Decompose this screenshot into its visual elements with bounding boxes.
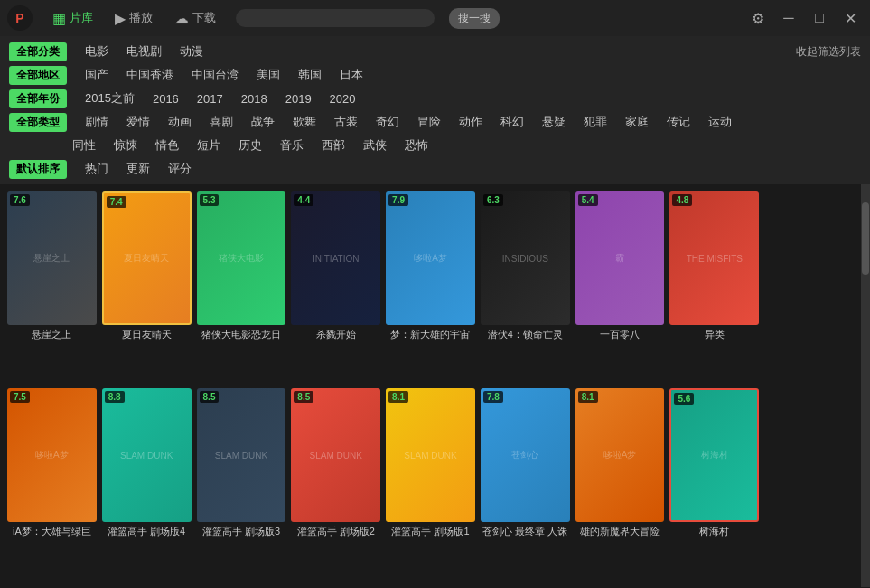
movie-title: 灌篮高手 剧场版2 bbox=[291, 525, 380, 538]
filter-label-region[interactable]: 全部地区 bbox=[9, 66, 67, 85]
filter-2018[interactable]: 2018 bbox=[232, 90, 276, 107]
movie-title: 杀戮开始 bbox=[291, 328, 380, 341]
filter-label-category[interactable]: 全部分类 bbox=[9, 42, 67, 61]
list-item[interactable]: 4.8 THE MISFITS 异类 bbox=[669, 191, 759, 383]
movie-title: 雄的新魔界大冒险 bbox=[575, 525, 665, 538]
movie-title: 潜伏4：锁命亡灵 bbox=[481, 328, 570, 341]
filter-drama[interactable]: 剧情 bbox=[76, 112, 117, 132]
list-item[interactable]: 8.5 SLAM DUNK 灌篮高手 剧场版3 bbox=[197, 388, 286, 580]
filter-2017[interactable]: 2017 bbox=[188, 90, 232, 107]
filter-row-region: 全部地区 国产 中国香港 中国台湾 美国 韩国 日本 bbox=[9, 65, 861, 85]
filter-war[interactable]: 战争 bbox=[242, 112, 284, 132]
filter-label-year[interactable]: 全部年份 bbox=[9, 89, 67, 108]
movie-title: 猪侠大电影恐龙日 bbox=[197, 328, 286, 341]
filter-short[interactable]: 短片 bbox=[188, 135, 229, 155]
search-button[interactable]: 搜一搜 bbox=[449, 8, 500, 29]
filter-music[interactable]: 音乐 bbox=[271, 135, 313, 155]
rating-badge: 7.5 bbox=[10, 391, 30, 403]
list-item[interactable]: 8.5 SLAM DUNK 灌篮高手 剧场版2 bbox=[291, 388, 380, 580]
filter-2016[interactable]: 2016 bbox=[144, 90, 188, 107]
filter-history[interactable]: 历史 bbox=[229, 135, 271, 155]
list-item[interactable]: 5.4 霸 一百零八 bbox=[575, 191, 665, 383]
movie-title: 梦：新大雄的宇宙 bbox=[386, 328, 475, 341]
movie-title: 夏日友晴天 bbox=[102, 328, 192, 341]
filter-musical[interactable]: 歌舞 bbox=[284, 112, 325, 132]
filter-fantasy[interactable]: 奇幻 bbox=[367, 112, 408, 132]
list-item[interactable]: 8.1 哆啦A梦 雄的新魔界大冒险 bbox=[575, 388, 665, 580]
list-item[interactable]: 8.8 SLAM DUNK 灌篮高手 剧场版4 bbox=[102, 388, 192, 580]
list-item[interactable]: 6.3 INSIDIOUS 潜伏4：锁命亡灵 bbox=[481, 191, 570, 383]
list-item[interactable]: 7.6 悬崖之上 悬崖之上 bbox=[7, 191, 97, 383]
movie-title: 灌篮高手 剧场版1 bbox=[386, 525, 475, 538]
tab-library[interactable]: ▦ 片库 bbox=[43, 6, 102, 31]
maximize-button[interactable]: □ bbox=[807, 5, 832, 31]
filter-before2015[interactable]: 2015之前 bbox=[76, 89, 144, 108]
filter-movie[interactable]: 电影 bbox=[76, 42, 117, 61]
list-item[interactable]: 5.6 树海村 树海村 bbox=[669, 388, 759, 580]
movie-title: 异类 bbox=[669, 328, 759, 341]
filter-tv[interactable]: 电视剧 bbox=[117, 42, 171, 61]
sort-rating[interactable]: 评分 bbox=[159, 159, 201, 179]
rating-badge: 7.6 bbox=[10, 194, 30, 206]
filter-kr[interactable]: 韩国 bbox=[289, 65, 331, 85]
filter-sports[interactable]: 运动 bbox=[699, 112, 741, 132]
filter-lgbt[interactable]: 同性 bbox=[63, 135, 105, 155]
tab-download[interactable]: ☁ 下载 bbox=[165, 6, 225, 31]
rating-badge: 7.8 bbox=[483, 391, 503, 403]
search-input[interactable] bbox=[245, 12, 426, 24]
filter-label-genre[interactable]: 全部类型 bbox=[9, 113, 67, 132]
filter-scifi[interactable]: 科幻 bbox=[491, 112, 533, 132]
rating-badge: 6.3 bbox=[483, 194, 503, 206]
filter-crime[interactable]: 犯罪 bbox=[575, 112, 616, 132]
grid-spacer bbox=[764, 191, 854, 383]
filter-animation[interactable]: 动画 bbox=[159, 112, 201, 132]
sort-label[interactable]: 默认排序 bbox=[9, 160, 67, 179]
filter-jp[interactable]: 日本 bbox=[331, 65, 372, 85]
list-item[interactable]: 7.4 夏日友晴天 夏日友晴天 bbox=[102, 191, 192, 383]
sort-popular[interactable]: 热门 bbox=[76, 159, 117, 179]
filter-thriller[interactable]: 惊悚 bbox=[105, 135, 146, 155]
sort-row: 默认排序 热门 更新 评分 bbox=[9, 159, 861, 179]
rating-badge: 5.3 bbox=[200, 194, 220, 206]
list-item[interactable]: 7.9 哆啦A梦 梦：新大雄的宇宙 bbox=[386, 191, 475, 383]
filter-costume[interactable]: 古装 bbox=[325, 112, 367, 132]
list-item[interactable]: 5.3 猪侠大电影 猪侠大电影恐龙日 bbox=[197, 191, 286, 383]
filter-domestic[interactable]: 国产 bbox=[76, 65, 117, 85]
filter-martial[interactable]: 武侠 bbox=[354, 135, 396, 155]
collapse-button[interactable]: 收起筛选列表 bbox=[796, 44, 861, 60]
search-bar bbox=[236, 9, 435, 27]
rating-badge: 8.5 bbox=[294, 391, 313, 403]
filter-anime[interactable]: 动漫 bbox=[171, 42, 212, 61]
list-item[interactable]: 7.5 哆啦A梦 iA梦：大雄与绿巨 bbox=[7, 388, 97, 580]
scrollbar[interactable] bbox=[861, 184, 870, 587]
filter-comedy[interactable]: 喜剧 bbox=[201, 112, 242, 132]
filter-western[interactable]: 西部 bbox=[313, 135, 354, 155]
list-item[interactable]: 7.8 苍剑心 苍剑心 最终章 人诛 bbox=[481, 388, 570, 580]
minimize-button[interactable]: ─ bbox=[776, 5, 801, 31]
filter-horror[interactable]: 恐怖 bbox=[396, 135, 437, 155]
tab-play[interactable]: ▶ 播放 bbox=[106, 6, 162, 31]
filter-tw[interactable]: 中国台湾 bbox=[182, 65, 248, 85]
filter-hk[interactable]: 中国香港 bbox=[117, 65, 182, 85]
settings-button[interactable]: ⚙ bbox=[745, 5, 771, 31]
tab-play-label: 播放 bbox=[129, 10, 153, 26]
filter-2019[interactable]: 2019 bbox=[276, 90, 321, 107]
filter-biography[interactable]: 传记 bbox=[658, 112, 699, 132]
filter-family[interactable]: 家庭 bbox=[616, 112, 658, 132]
rating-badge: 8.1 bbox=[388, 391, 408, 403]
list-item[interactable]: 8.1 SLAM DUNK 灌篮高手 剧场版1 bbox=[386, 388, 475, 580]
scroll-thumb[interactable] bbox=[862, 202, 869, 275]
filter-erotic[interactable]: 情色 bbox=[146, 135, 188, 155]
filter-2020[interactable]: 2020 bbox=[321, 90, 365, 107]
sort-update[interactable]: 更新 bbox=[117, 159, 159, 179]
filter-mystery[interactable]: 悬疑 bbox=[533, 112, 575, 132]
rating-badge: 8.8 bbox=[105, 391, 125, 403]
rating-badge: 7.9 bbox=[388, 194, 408, 206]
movie-title: 一百零八 bbox=[575, 328, 665, 341]
list-item[interactable]: 4.4 INITIATION 杀戮开始 bbox=[291, 191, 380, 383]
filter-us[interactable]: 美国 bbox=[248, 65, 289, 85]
filter-romance[interactable]: 爱情 bbox=[117, 112, 159, 132]
filter-action[interactable]: 动作 bbox=[450, 112, 491, 132]
filter-adventure[interactable]: 冒险 bbox=[408, 112, 450, 132]
close-button[interactable]: ✕ bbox=[837, 5, 863, 31]
